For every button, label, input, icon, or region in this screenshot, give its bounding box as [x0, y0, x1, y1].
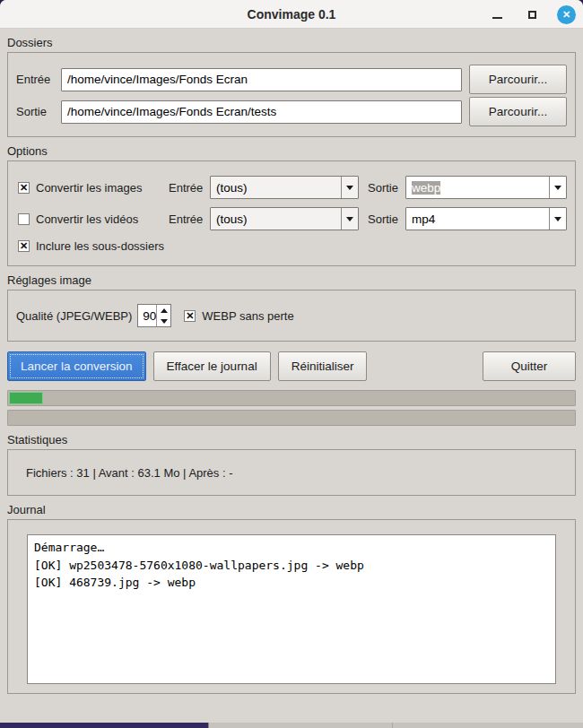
- convert-videos-checkbox[interactable]: [18, 213, 30, 225]
- main-content: Dossiers Entrée Parcourir... Sortie Parc…: [0, 36, 583, 694]
- arrow-down-icon: [161, 319, 168, 324]
- entree-path-input[interactable]: [61, 68, 462, 91]
- log-line: [OK] 468739.jpg -> webp: [34, 574, 549, 592]
- convert-images-label: Convertir les images: [36, 181, 169, 195]
- options-frame: Convertir les images Entrée (tous) Sorti…: [7, 160, 576, 266]
- sortie-row: Sortie Parcourir...: [16, 97, 567, 126]
- journal-frame: Démarrage… [OK] wp2503478-5760x1080-wall…: [7, 519, 576, 694]
- quality-label: Qualité (JPEG/WEBP): [16, 309, 132, 323]
- progress-fill: [9, 392, 43, 404]
- sortie-label: Sortie: [16, 105, 61, 118]
- videos-sortie-label: Sortie: [368, 212, 405, 226]
- chevron-down-icon[interactable]: [341, 177, 358, 198]
- reset-button[interactable]: Réinitialiser: [278, 351, 368, 381]
- window-title: Convimage 0.1: [248, 7, 336, 22]
- videos-output-format-select[interactable]: mp4: [405, 207, 567, 230]
- spin-down-button[interactable]: [157, 316, 170, 326]
- titlebar[interactable]: Convimage 0.1 ✕: [0, 0, 583, 29]
- quality-stepper[interactable]: 90: [137, 304, 171, 327]
- close-button[interactable]: ✕: [557, 5, 576, 24]
- taskbar-divider: [392, 723, 393, 728]
- maximize-icon: [528, 11, 536, 19]
- videos-output-format-value: mp4: [406, 208, 549, 230]
- quit-button[interactable]: Quitter: [483, 351, 576, 381]
- spin-up-button[interactable]: [157, 305, 170, 316]
- subdirs-option-row: Inclure les sous-dossiers: [18, 238, 567, 253]
- minimize-icon: [492, 17, 502, 19]
- images-output-format-select[interactable]: webp: [405, 176, 567, 199]
- section-label-dossiers: Dossiers: [7, 36, 576, 49]
- section-label-reglages: Réglages image: [7, 273, 576, 287]
- action-button-row: Lancer la conversion Effacer le journal …: [7, 351, 576, 381]
- browse-sortie-button[interactable]: Parcourir...: [469, 97, 567, 126]
- convert-videos-label: Convertir les vidéos: [36, 212, 169, 226]
- section-label-journal: Journal: [7, 503, 576, 516]
- videos-option-row: Convertir les vidéos Entrée (tous) Sorti…: [18, 207, 567, 230]
- entree-label: Entrée: [16, 73, 61, 86]
- entree-row: Entrée Parcourir...: [16, 65, 567, 94]
- images-input-format-select[interactable]: (tous): [210, 176, 359, 199]
- taskbar-divider: [208, 723, 209, 728]
- sortie-path-input[interactable]: [61, 100, 462, 124]
- start-conversion-button[interactable]: Lancer la conversion: [7, 351, 146, 381]
- taskbar-active-segment: [0, 723, 208, 728]
- quality-value[interactable]: 90: [138, 305, 156, 326]
- app-window: Convimage 0.1 ✕ Dossiers Entrée Parcouri…: [0, 0, 583, 723]
- images-input-format-value: (tous): [211, 177, 341, 198]
- convert-images-checkbox[interactable]: [18, 182, 30, 194]
- videos-entree-label: Entrée: [169, 212, 210, 226]
- include-subdirs-checkbox[interactable]: [18, 240, 30, 252]
- chevron-down-icon[interactable]: [341, 208, 358, 230]
- images-option-row: Convertir les images Entrée (tous) Sorti…: [18, 176, 567, 199]
- browse-entree-button[interactable]: Parcourir...: [469, 65, 567, 94]
- spinner-arrows: [156, 305, 170, 326]
- stats-text: Fichiers : 31 | Avant : 63.1 Mo | Après …: [26, 466, 233, 480]
- taskbar-edge: [0, 723, 583, 728]
- videos-input-format-value: (tous): [211, 208, 341, 230]
- clear-log-button[interactable]: Effacer le journal: [153, 351, 271, 381]
- maximize-button[interactable]: [522, 4, 542, 24]
- current-file-progressbar: [7, 390, 576, 406]
- webp-lossless-checkbox[interactable]: [184, 310, 196, 322]
- log-textarea[interactable]: Démarrage… [OK] wp2503478-5760x1080-wall…: [27, 534, 556, 684]
- arrow-up-icon: [161, 308, 168, 313]
- include-subdirs-label: Inclure les sous-dossiers: [36, 239, 169, 253]
- log-line: [OK] wp2503478-5760x1080-wallpapers.jpg …: [34, 557, 549, 575]
- minimize-button[interactable]: [487, 4, 507, 24]
- images-entree-label: Entrée: [169, 181, 210, 195]
- close-icon: ✕: [562, 9, 570, 19]
- images-sortie-label: Sortie: [368, 181, 405, 195]
- section-label-options: Options: [7, 144, 576, 158]
- section-label-statistiques: Statistiques: [7, 433, 576, 446]
- log-line: Démarrage…: [34, 539, 549, 557]
- chevron-down-icon[interactable]: [549, 177, 566, 198]
- stats-frame: Fichiers : 31 | Avant : 63.1 Mo | Après …: [7, 449, 576, 496]
- window-controls: ✕: [487, 0, 576, 29]
- images-output-format-value: webp: [406, 177, 549, 198]
- webp-lossless-label: WEBP sans perte: [202, 309, 293, 323]
- videos-input-format-select[interactable]: (tous): [210, 207, 359, 230]
- overall-progressbar: [7, 410, 576, 426]
- chevron-down-icon[interactable]: [549, 208, 566, 230]
- reglages-frame: Qualité (JPEG/WEBP) 90 WEBP sans perte: [7, 290, 576, 342]
- dossiers-frame: Entrée Parcourir... Sortie Parcourir...: [7, 52, 576, 137]
